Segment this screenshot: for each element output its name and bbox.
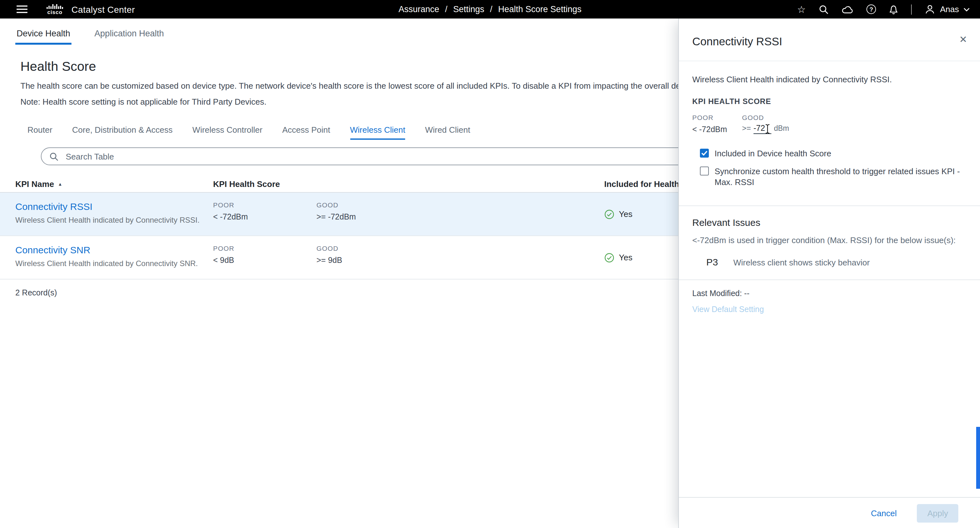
tab-device-health[interactable]: Device Health <box>15 29 72 45</box>
notifications-bell-icon[interactable] <box>889 4 899 15</box>
user-icon <box>925 4 935 15</box>
included-checkbox-row[interactable]: Included in Device health Score <box>700 148 831 159</box>
page-note: Note: Health score setting is not applic… <box>21 97 266 107</box>
panel-header-divider <box>679 60 980 61</box>
cloud-icon[interactable] <box>842 4 854 15</box>
device-type-tabs: Router Core, Distribution & Access Wirel… <box>27 125 470 140</box>
search-input-icon <box>49 151 59 161</box>
app-title: Catalyst Center <box>72 4 135 14</box>
kpi-description: Wireless Client Health indicated by Conn… <box>15 259 213 268</box>
kpi-description: Wireless Client Health indicated by Conn… <box>15 216 213 224</box>
record-count: 2 Record(s) <box>15 288 57 297</box>
poor-threshold: POOR < -72dBm <box>213 193 317 235</box>
page-description: The health score can be customized based… <box>21 81 707 91</box>
help-icon[interactable]: ? <box>866 4 876 15</box>
panel-description: Wireless Client Health indicated by Conn… <box>692 75 892 84</box>
sync-checkbox[interactable] <box>700 167 709 175</box>
favorites-star-icon[interactable]: ☆ <box>797 4 806 15</box>
relevant-issues-description: <-72dBm is used in trigger condition (Ma… <box>692 235 956 245</box>
subtab-core-distribution-access[interactable]: Core, Distribution & Access <box>72 125 173 140</box>
panel-good-threshold: GOOD >= dBm <box>742 114 789 134</box>
apply-button[interactable]: Apply <box>917 504 958 522</box>
subtab-access-point[interactable]: Access Point <box>282 125 330 140</box>
close-icon[interactable]: ✕ <box>959 34 967 45</box>
user-name: Anas <box>940 5 959 14</box>
top-bar-actions: ☆ ? Anas <box>797 4 980 15</box>
hamburger-menu-icon[interactable] <box>17 5 27 13</box>
breadcrumb-separator: / <box>490 5 493 14</box>
search-icon[interactable] <box>819 4 829 15</box>
panel-title: Connectivity RSSI <box>692 35 782 48</box>
breadcrumb-item-assurance[interactable]: Assurance <box>398 5 439 14</box>
issue-name: Wireless client shows sticky behavior <box>733 258 870 267</box>
tab-application-health[interactable]: Application Health <box>93 29 165 45</box>
good-threshold: GOOD >= -72dBm <box>317 193 420 235</box>
sync-checkbox-row[interactable]: Synchronize custom health threshold to t… <box>700 166 972 188</box>
good-unit: dBm <box>774 124 789 132</box>
view-default-setting-link[interactable]: View Default Setting <box>692 305 764 314</box>
subtab-router[interactable]: Router <box>27 125 52 140</box>
chevron-down-icon <box>963 7 970 11</box>
header-divider <box>912 4 912 14</box>
good-prefix: >= <box>742 124 751 133</box>
breadcrumb-separator: / <box>445 5 447 14</box>
column-header-kpi-health-score: KPI Health Score <box>213 179 604 189</box>
check-circle-icon <box>604 209 614 219</box>
issue-row[interactable]: P3 Wireless client shows sticky behavior <box>706 256 870 267</box>
kpi-health-score-heading: KPI HEALTH SCORE <box>692 97 771 106</box>
panel-footer: Cancel Apply <box>679 497 980 528</box>
scrollbar-thumb[interactable] <box>976 427 980 489</box>
last-modified: Last Modified: -- <box>692 289 749 298</box>
poor-threshold: POOR < 9dB <box>213 236 317 279</box>
sort-asc-icon: ▲ <box>58 182 62 186</box>
subtab-wireless-client[interactable]: Wireless Client <box>350 125 405 140</box>
top-bar: cisco Catalyst Center Assurance / Settin… <box>0 0 980 19</box>
page-title: Health Score <box>21 59 96 74</box>
check-circle-icon <box>604 252 614 262</box>
breadcrumb-item-health-score-settings: Health Score Settings <box>498 5 582 14</box>
kpi-link-connectivity-rssi[interactable]: Connectivity RSSI <box>15 201 92 212</box>
user-menu[interactable]: Anas <box>925 4 970 15</box>
cisco-logo-text: cisco <box>47 10 62 15</box>
breadcrumb: Assurance / Settings / Health Score Sett… <box>398 0 581 19</box>
subtab-wired-client[interactable]: Wired Client <box>425 125 470 140</box>
panel-divider <box>679 280 980 280</box>
breadcrumb-item-settings[interactable]: Settings <box>453 5 484 14</box>
check-icon <box>701 151 708 156</box>
subtab-wireless-controller[interactable]: Wireless Controller <box>192 125 262 140</box>
catalyst-center-app: cisco Catalyst Center Assurance / Settin… <box>0 0 980 528</box>
included-checkbox[interactable] <box>700 149 709 157</box>
good-threshold: GOOD >= 9dB <box>317 236 420 279</box>
relevant-issues-heading: Relevant Issues <box>692 217 760 228</box>
cisco-logo: cisco <box>46 4 63 15</box>
issue-priority-badge: P3 <box>706 256 718 267</box>
panel-poor-threshold: POOR < -72dBm <box>692 114 727 134</box>
good-threshold-input[interactable] <box>754 124 772 134</box>
connectivity-rssi-panel: Connectivity RSSI ✕ Wireless Client Heal… <box>678 19 980 528</box>
cisco-logo-bars <box>46 4 63 9</box>
cancel-button[interactable]: Cancel <box>871 508 897 518</box>
panel-divider <box>679 205 980 206</box>
column-header-kpi-name[interactable]: KPI Name▲ <box>0 179 213 189</box>
kpi-link-connectivity-snr[interactable]: Connectivity SNR <box>15 244 90 255</box>
